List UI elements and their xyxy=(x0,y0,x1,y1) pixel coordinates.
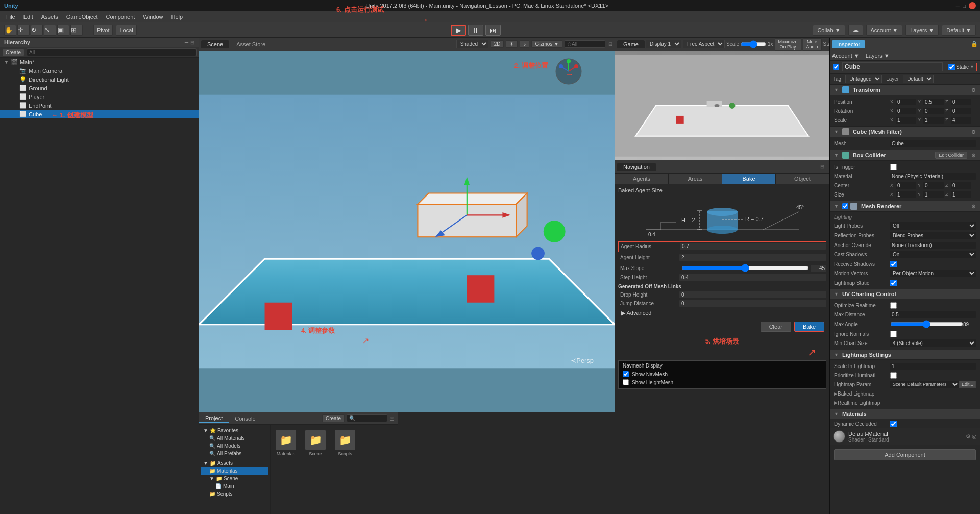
center-y[interactable] xyxy=(923,182,944,189)
mesh-filter-header[interactable]: ▼ Cube (Mesh Filter) ⚙ xyxy=(830,127,980,137)
static-checkbox-row[interactable]: Static ▼ xyxy=(946,63,977,71)
step-height-input[interactable] xyxy=(679,274,826,281)
maximize-btn[interactable]: □ xyxy=(963,3,966,9)
project-create-btn[interactable]: Create xyxy=(322,414,345,422)
scale-x[interactable] xyxy=(896,117,916,124)
rect-tool[interactable]: ▣ xyxy=(57,25,69,36)
mesh-renderer-header[interactable]: ▼ Mesh Renderer ⚙ xyxy=(830,201,980,212)
collider-material-input[interactable] xyxy=(890,173,976,180)
hierarchy-item-cube[interactable]: ⬜ Cube ← 1. 创建模型 xyxy=(0,110,199,118)
reflection-probes-select[interactable]: Blend Probes xyxy=(890,232,976,239)
close-btn[interactable] xyxy=(969,2,976,9)
static-checkbox[interactable] xyxy=(948,64,955,70)
add-component-btn[interactable]: Add Component xyxy=(834,449,976,460)
optimize-realtime-checkbox[interactable] xyxy=(890,302,897,309)
clear-btn[interactable]: Clear xyxy=(761,322,791,332)
tab-scene[interactable]: Scene xyxy=(201,40,229,48)
layer-select[interactable]: Default xyxy=(903,75,934,83)
scale-tool[interactable]: ⤡ xyxy=(44,25,56,36)
center-x[interactable] xyxy=(896,182,916,189)
mute-audio-btn[interactable]: Mute Audio xyxy=(803,38,822,51)
show-navmesh-checkbox[interactable] xyxy=(623,371,629,377)
local-btn[interactable]: Local xyxy=(116,25,136,36)
anchor-override-input[interactable] xyxy=(890,242,976,249)
rot-x[interactable] xyxy=(896,108,916,114)
material-settings-icon[interactable]: ⚙ xyxy=(966,433,971,440)
prioritize-checkbox[interactable] xyxy=(890,372,897,379)
window-controls[interactable]: ─ □ xyxy=(956,2,976,9)
jump-distance-input[interactable] xyxy=(679,300,826,307)
rot-z[interactable] xyxy=(951,108,971,114)
max-distance-input[interactable] xyxy=(890,311,976,318)
asset-scene[interactable]: 📁 Scene xyxy=(303,428,328,458)
advanced-section[interactable]: ▶ Advanced xyxy=(618,308,826,319)
hierarchy-item-main[interactable]: ▼ 🎬 Main* xyxy=(0,58,199,66)
game-view-content[interactable] xyxy=(615,51,829,160)
hierarchy-item-player[interactable]: ⬜ Player xyxy=(0,92,199,101)
center-z[interactable] xyxy=(951,182,971,189)
account-btn[interactable]: Account ▼ xyxy=(866,25,903,36)
proj-materilas[interactable]: 📁 Materilas xyxy=(201,467,268,475)
scene-panel-options[interactable]: ⊟ xyxy=(608,41,612,47)
favorites-group[interactable]: ▼ ⭐ Favorites xyxy=(201,427,268,434)
static-arrow[interactable]: ▼ xyxy=(970,64,974,69)
box-collider-menu[interactable]: ⚙ xyxy=(971,153,976,158)
hierarchy-item-maincamera[interactable]: 📷 Main Camera xyxy=(0,66,199,75)
lightmap-param-select[interactable]: Scene Default Parameters xyxy=(890,381,959,388)
cloud-btn[interactable]: ☁ xyxy=(848,25,863,36)
tab-game[interactable]: Game xyxy=(617,40,645,48)
tab-console[interactable]: Console xyxy=(229,414,261,423)
edit-collider-btn[interactable]: Edit Collider xyxy=(935,152,967,159)
material-select-icon[interactable]: ◎ xyxy=(972,433,977,440)
bake-btn[interactable]: Bake xyxy=(794,322,824,332)
nav-tab-areas[interactable]: Areas xyxy=(669,174,722,184)
proj-scripts[interactable]: 📁 Scripts xyxy=(201,490,268,498)
move-tool[interactable]: ✛ xyxy=(17,25,30,36)
proj-all-models[interactable]: 🔍 All Models xyxy=(201,442,268,450)
receive-shadows-checkbox[interactable] xyxy=(890,261,897,267)
hierarchy-search[interactable] xyxy=(27,48,197,56)
display-select[interactable]: Display 1 xyxy=(646,40,681,48)
menu-edit[interactable]: Edit xyxy=(19,13,37,21)
realtime-lightmap-row[interactable]: ▶ Realtime Lightmap xyxy=(830,398,980,407)
project-options[interactable]: ⊟ xyxy=(389,415,395,422)
tab-project[interactable]: Project xyxy=(199,414,229,423)
mesh-filter-menu[interactable]: ⚙ xyxy=(971,129,976,135)
scale-z[interactable] xyxy=(951,117,971,124)
menu-gameobject[interactable]: GameObject xyxy=(62,13,102,21)
max-slope-slider[interactable] xyxy=(681,264,809,272)
gizmos-btn[interactable]: Gizmos ▼ xyxy=(531,40,562,48)
tab-asset-store[interactable]: Asset Store xyxy=(230,40,272,48)
size-x[interactable] xyxy=(896,191,916,198)
ignore-normals-checkbox[interactable] xyxy=(890,331,897,337)
proj-scene[interactable]: ▼ 📁 Scene xyxy=(201,475,268,482)
proj-all-materials[interactable]: 🔍 All Materials xyxy=(201,434,268,442)
pos-x[interactable] xyxy=(896,99,916,105)
object-name-input[interactable] xyxy=(842,62,943,71)
scale-in-lightmap-input[interactable] xyxy=(890,363,976,370)
hierarchy-item-ground[interactable]: ⬜ Ground xyxy=(0,84,199,92)
lighting-toggle[interactable]: ☀ xyxy=(506,40,518,48)
menu-window[interactable]: Window xyxy=(139,13,167,21)
asset-materilas[interactable]: 📁 Materilas xyxy=(274,428,298,458)
step-button[interactable]: ⏭ xyxy=(485,25,501,36)
hierarchy-item-endpoint[interactable]: ⬜ EndPoint xyxy=(0,101,199,110)
rot-y[interactable] xyxy=(923,108,944,114)
menu-file[interactable]: File xyxy=(2,13,19,21)
max-angle-slider[interactable] xyxy=(890,320,963,328)
nav-tab-bake[interactable]: Bake xyxy=(722,174,776,184)
menu-help[interactable]: Help xyxy=(167,13,187,21)
show-heightmesh-checkbox[interactable] xyxy=(623,379,629,385)
agent-height-input[interactable] xyxy=(679,254,826,261)
materials-header[interactable]: ▼ Materials xyxy=(830,409,980,419)
mesh-renderer-enabled[interactable] xyxy=(842,203,848,209)
menu-component[interactable]: Component xyxy=(102,13,139,21)
min-chart-size-select[interactable]: 4 (Stitchable) xyxy=(890,339,976,347)
nav-panel-options[interactable]: ⊟ xyxy=(817,164,827,169)
dynamic-occluded-checkbox[interactable] xyxy=(890,421,897,427)
audio-toggle[interactable]: ♪ xyxy=(520,40,529,48)
agent-radius-input[interactable] xyxy=(680,243,826,250)
motion-vectors-select[interactable]: Per Object Motion xyxy=(890,270,976,277)
box-collider-header[interactable]: ▼ Box Collider Edit Collider ⚙ xyxy=(830,150,980,161)
project-search[interactable] xyxy=(347,414,387,422)
